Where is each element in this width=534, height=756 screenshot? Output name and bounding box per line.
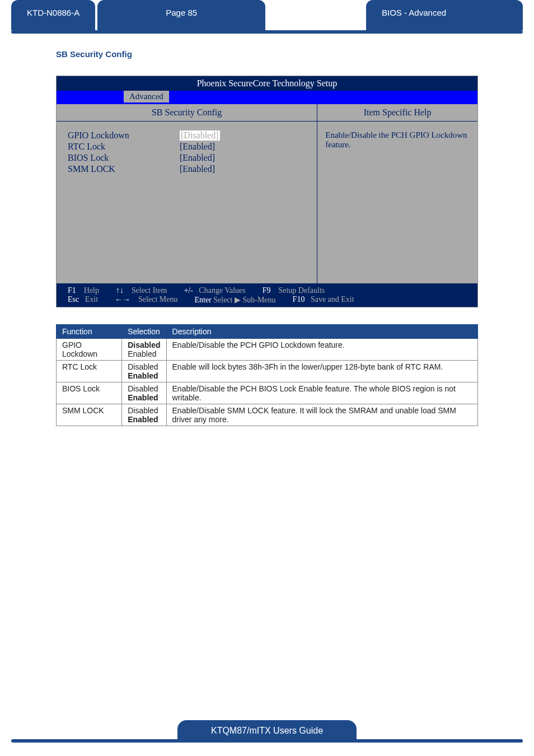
- bios-help-text: Enable/Disable the PCH GPIO Lockdown fea…: [317, 122, 477, 284]
- cell-selection: DisabledEnabled: [122, 382, 166, 404]
- cell-selection: DisabledEnabled: [122, 361, 166, 382]
- col-function: Function: [57, 325, 122, 339]
- col-selection: Selection: [122, 325, 166, 339]
- footer-title: KTQM87/mITX Users Guide: [177, 720, 357, 739]
- bios-tab-advanced[interactable]: Advanced: [124, 91, 169, 102]
- col-description: Description: [166, 325, 477, 339]
- bios-key-legend: F1 Help↑↓ Select Item+/- Change ValuesF9…: [57, 284, 477, 307]
- header-underline: [11, 30, 523, 34]
- cell-description: Enable/Disable SMM LOCK feature. It will…: [166, 404, 477, 426]
- section-path-tab: BIOS - Advanced: [366, 0, 523, 30]
- bios-setting-value[interactable]: [Enabled]: [180, 142, 215, 152]
- page-number-tab: Page 85: [97, 0, 265, 30]
- bios-panel-title: SB Security Config: [57, 104, 317, 121]
- bios-setting-row[interactable]: BIOS Lock[Enabled]: [68, 153, 306, 163]
- section-title: SB Security Config: [56, 49, 534, 59]
- bios-subheader: SB Security Config Item Specific Help: [57, 104, 477, 122]
- bios-setting-row[interactable]: GPIO Lockdown[Disabled]: [68, 130, 306, 141]
- cell-description: Enable will lock bytes 38h-3Fh in the lo…: [166, 361, 477, 382]
- bios-setting-value[interactable]: [Disabled]: [180, 130, 220, 141]
- cell-function: RTC Lock: [57, 361, 122, 382]
- page-header: KTD-N0886-A Page 85 BIOS - Advanced: [0, 0, 534, 30]
- bios-key-hint: Esc Exit: [68, 295, 98, 305]
- bios-tab-bar: Advanced: [57, 91, 477, 104]
- cell-description: Enable/Disable the PCH GPIO Lockdown fea…: [166, 339, 477, 361]
- cell-function: BIOS Lock: [57, 382, 122, 404]
- bios-key-hint: F10 Save and Exit: [293, 295, 354, 305]
- table-row: GPIO LockdownDisabledEnabledEnable/Disab…: [57, 339, 478, 361]
- bios-setting-value[interactable]: [Enabled]: [180, 153, 215, 163]
- bios-setting-row[interactable]: RTC Lock[Enabled]: [68, 142, 306, 152]
- bios-setting-label: GPIO Lockdown: [68, 130, 180, 141]
- doc-id-tab: KTD-N0886-A: [11, 0, 95, 30]
- bios-title: Phoenix SecureCore Technology Setup: [57, 76, 477, 91]
- bios-screenshot: Phoenix SecureCore Technology Setup Adva…: [56, 76, 478, 307]
- bios-setting-value[interactable]: [Enabled]: [180, 164, 215, 174]
- cell-function: GPIO Lockdown: [57, 339, 122, 361]
- bios-key-hint: ↑↓ Select Item: [116, 286, 167, 295]
- bios-setting-label: RTC Lock: [68, 142, 180, 152]
- cell-function: SMM LOCK: [57, 404, 122, 426]
- bios-key-hint: F1 Help: [68, 286, 99, 295]
- bios-key-hint: +/- Change Values: [184, 286, 245, 295]
- table-row: RTC LockDisabledEnabledEnable will lock …: [57, 361, 478, 382]
- bios-body: GPIO Lockdown[Disabled]RTC Lock[Enabled]…: [57, 122, 477, 284]
- bios-settings-list: GPIO Lockdown[Disabled]RTC Lock[Enabled]…: [57, 122, 317, 284]
- bios-key-hint: Enter Select ▶ Sub-Menu: [194, 295, 275, 305]
- bios-setting-label: SMM LOCK: [68, 164, 180, 174]
- bios-setting-row[interactable]: SMM LOCK[Enabled]: [68, 164, 306, 174]
- footer-underline: [11, 739, 523, 743]
- bios-key-hint: F9 Setup Defaults: [263, 286, 325, 295]
- cell-selection: DisabledEnabled: [122, 404, 166, 426]
- bios-setting-label: BIOS Lock: [68, 153, 180, 163]
- table-row: BIOS LockDisabledEnabledEnable/Disable t…: [57, 382, 478, 404]
- bios-key-hint: ←→ Select Menu: [115, 295, 177, 305]
- cell-selection: DisabledEnabled: [122, 339, 166, 361]
- bios-help-title: Item Specific Help: [317, 104, 477, 121]
- function-table: Function Selection Description GPIO Lock…: [56, 324, 478, 426]
- table-row: SMM LOCKDisabledEnabledEnable/Disable SM…: [57, 404, 478, 426]
- cell-description: Enable/Disable the PCH BIOS Lock Enable …: [166, 382, 477, 404]
